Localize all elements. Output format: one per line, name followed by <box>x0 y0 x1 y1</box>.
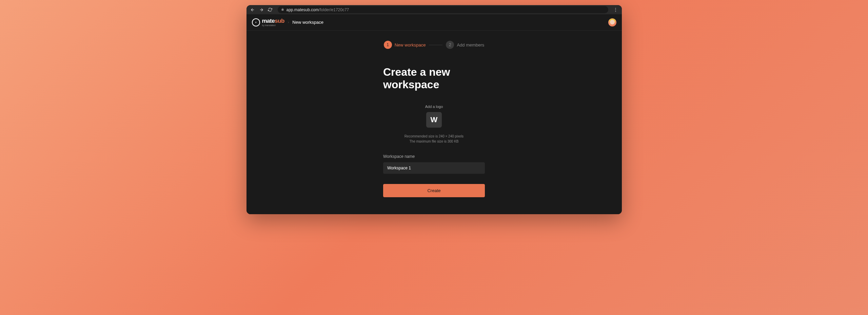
logo-byline: by translated <box>262 24 284 26</box>
url-text: app.matesub.com/folder/e1720c77 <box>287 7 349 12</box>
logo-main-text: mate <box>262 18 275 24</box>
step-connector <box>429 45 442 45</box>
step-number: 2 <box>446 41 454 49</box>
upload-hint: Recommended size is 240 × 240 pixels The… <box>383 134 485 144</box>
logo-upload-section: Add a logo W Recommended size is 240 × 2… <box>383 105 485 144</box>
content-area: 1 New workspace 2 Add members Create a n… <box>246 31 622 214</box>
create-button[interactable]: Create <box>383 184 485 197</box>
logo-icon <box>252 18 260 26</box>
logo[interactable]: matesub by translated <box>252 18 284 26</box>
nav-controls <box>250 7 273 13</box>
stepper: 1 New workspace 2 Add members <box>383 41 485 49</box>
logo-sub-text: sub <box>275 18 284 24</box>
breadcrumb: New workspace <box>292 20 323 25</box>
page-title: Create a new workspace <box>383 66 485 91</box>
app-header: matesub by translated › New workspace <box>246 14 622 31</box>
breadcrumb-separator: › <box>288 20 289 24</box>
url-bar[interactable]: app.matesub.com/folder/e1720c77 <box>278 6 608 13</box>
logo-text: matesub by translated <box>262 18 284 26</box>
step-number: 1 <box>384 41 392 49</box>
step-new-workspace[interactable]: 1 New workspace <box>384 41 426 49</box>
content-inner: 1 New workspace 2 Add members Create a n… <box>383 41 485 197</box>
svg-point-2 <box>615 11 616 12</box>
reload-button[interactable] <box>268 7 273 13</box>
svg-point-1 <box>615 9 616 10</box>
url-path: /folder/e1720c77 <box>319 7 349 12</box>
workspace-name-label: Workspace name <box>383 154 485 159</box>
browser-menu-button[interactable] <box>613 7 618 12</box>
hint-line: The maximum file size is 300 KB <box>383 139 485 144</box>
step-add-members[interactable]: 2 Add members <box>446 41 484 49</box>
lock-icon <box>281 8 284 12</box>
browser-toolbar: app.matesub.com/folder/e1720c77 <box>246 5 622 14</box>
header-left: matesub by translated › New workspace <box>252 18 324 26</box>
upload-label: Add a logo <box>383 105 485 109</box>
browser-window: app.matesub.com/folder/e1720c77 matesub … <box>246 5 622 214</box>
forward-button[interactable] <box>259 7 264 13</box>
avatar[interactable] <box>608 18 616 26</box>
step-label: New workspace <box>395 42 426 48</box>
step-label: Add members <box>457 42 484 48</box>
logo-upload-button[interactable]: W <box>426 112 442 128</box>
back-button[interactable] <box>250 7 255 13</box>
url-domain: app.matesub.com <box>287 7 319 12</box>
workspace-name-input[interactable] <box>383 162 485 174</box>
svg-point-0 <box>615 8 616 8</box>
hint-line: Recommended size is 240 × 240 pixels <box>383 134 485 139</box>
